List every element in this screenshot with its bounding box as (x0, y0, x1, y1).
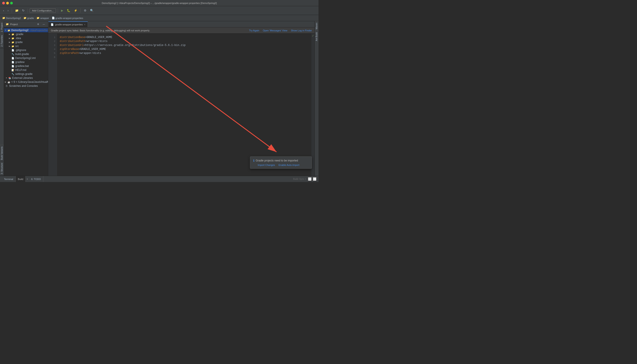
settings-button[interactable]: ⚙ (83, 8, 88, 13)
tree-item-scratches[interactable]: 🗒 Scratches and Consoles (4, 84, 48, 88)
sidebar-settings-btn[interactable]: ⚙ (36, 22, 41, 26)
tree-item-external[interactable]: ▼ 📚 External Libraries (4, 76, 48, 80)
tree-arrow-ext: ▼ (5, 76, 8, 80)
folder-icon-gradleF: 📁 (11, 40, 15, 44)
project-folder-icon: 📁 (7, 28, 11, 32)
tree-item-jdk[interactable]: ▶ ☕ < 9 > /Library/Java/JavaVirtualMachi… (4, 80, 48, 84)
close-button[interactable] (2, 2, 5, 4)
folder-icon-src: 📁 (11, 44, 15, 48)
sdk-icon: ☕ (7, 80, 11, 84)
tree-arrow-src: ▶ (8, 44, 11, 48)
tree-label-git: .gitignore (15, 48, 26, 52)
minimize-button[interactable] (6, 2, 9, 4)
breadcrumb-gradle-label: gradle (27, 17, 34, 20)
tree-item-gitignore[interactable]: 📄 .gitignore (4, 48, 48, 52)
line-num-1: 1 (48, 35, 57, 39)
tree-item-help[interactable]: 📝 HELP.md (4, 68, 48, 72)
tree-item-demospring2[interactable]: ▼ 📁 DemoSpring2 ~/IdeaProjects/DemoSprin… (4, 28, 48, 32)
title-bar: DemoSpring2 [~/IdeaProjects/DemoSpring2]… (0, 0, 318, 6)
search-everywhere-button[interactable]: 🔍 (89, 8, 95, 13)
separator (58, 8, 58, 13)
debug-button[interactable]: 🐛 (66, 8, 72, 13)
ant-build-label[interactable]: Ant Build (315, 31, 318, 42)
tree-path: ~/IdeaProjects/DemoSpring2 (30, 29, 48, 32)
window-title: DemoSpring2 [~/IdeaProjects/DemoSpring2]… (102, 2, 217, 4)
separator (81, 8, 81, 13)
code-line-4: zipStoreBase=GRADLE_USER_HOME (60, 47, 309, 51)
library-icon: 📚 (8, 76, 12, 80)
tree-item-idea[interactable]: ▶ 📁 .idea (4, 36, 48, 40)
sidebar-collapse-btn[interactable]: — (41, 22, 46, 26)
sidebar: 📁 Project ⚙ — ▼ 📁 DemoSpring2 ~/IdeaProj… (4, 21, 48, 176)
file-icon-iml: 📄 (11, 56, 15, 60)
sync-message: Gradle project sync failed. Basic functi… (51, 29, 247, 32)
tree-label-external: External Libraries (12, 76, 33, 80)
tree-label-settings: settings.gradle (15, 72, 33, 76)
breadcrumb: 📁 DemoSpring2 › 📁 gradle › 📁 wrapper › 📄… (0, 15, 318, 21)
tree-arrow: ▼ (4, 29, 7, 32)
breadcrumb-gradle[interactable]: 📁 gradle (24, 16, 34, 20)
tree-item-src[interactable]: ▶ 📁 src (4, 44, 48, 48)
maven-label[interactable]: Maven (315, 21, 318, 31)
tab-todo[interactable]: 6: TODO (29, 176, 43, 182)
project-panel-label[interactable]: 1: Project (0, 21, 4, 34)
tree-label-help: HELP.md (15, 68, 26, 72)
forward-button[interactable]: › (6, 8, 10, 13)
show-log-link[interactable]: Show Log in Finder (291, 29, 312, 32)
breadcrumb-sep2: › (35, 17, 36, 20)
gutter-check: ✓ (311, 34, 315, 38)
tree-item-gradle[interactable]: ▶ 📁 .gradle (4, 32, 48, 36)
sync-button[interactable]: ↻ (21, 8, 26, 13)
code-key-3: distributionUrl (60, 44, 84, 47)
try-again-link[interactable]: Try Again (249, 29, 259, 32)
structure-panel-label[interactable]: 3: Structure (0, 162, 4, 176)
code-line-6 (60, 55, 309, 59)
tree-item-gradlew[interactable]: 📄 gradlew (4, 60, 48, 64)
build-tab-close[interactable]: × (26, 178, 29, 181)
tree-label-gradlew: gradlew (15, 60, 25, 64)
favorites-panel-label[interactable]: 2: Favorites (0, 34, 4, 48)
add-configuration-button[interactable]: Add Configuration... (30, 8, 56, 13)
open-messages-link[interactable]: Open 'Messages' View (263, 29, 287, 32)
separator (28, 8, 28, 13)
code-line-1: distributionBase=GRADLE_USER_HOME (60, 35, 309, 39)
build-button[interactable]: ⚡ (73, 8, 79, 13)
tab-terminal[interactable]: Terminal (2, 176, 16, 182)
sidebar-header: 📁 Project ⚙ — (4, 21, 48, 28)
sidebar-tree: ▼ 📁 DemoSpring2 ~/IdeaProjects/DemoSprin… (4, 28, 48, 176)
code-val-1: =GRADLE_USER_HOME (85, 36, 112, 39)
build-header-title: Build: Sync × (293, 178, 306, 180)
tab-close-btn[interactable]: × (84, 24, 85, 26)
code-key-1: distributionBase (60, 36, 85, 39)
tree-label-gradle: .gradle (15, 33, 24, 36)
tab-build[interactable]: Build (16, 176, 26, 182)
tree-item-gradleFolder[interactable]: ▶ 📁 gradle (4, 40, 48, 44)
tree-item-gradlewbat[interactable]: 📄 gradlew.bat (4, 64, 48, 68)
code-editor[interactable]: distributionBase=GRADLE_USER_HOME distri… (57, 34, 311, 176)
import-title-text: Gradle projects need to be imported (256, 159, 298, 162)
tree-item-buildgradle[interactable]: 🔧 build.gradle (4, 52, 48, 56)
tree-item-iml[interactable]: 📄 DemoSpring2.iml (4, 56, 48, 60)
import-notification: ℹ Gradle projects need to be imported Im… (250, 156, 312, 169)
file-icon-bat: 📄 (11, 64, 15, 68)
separator (12, 8, 12, 13)
breadcrumb-wrapper[interactable]: 📁 wrapper (37, 16, 49, 20)
maximize-button[interactable] (10, 2, 13, 4)
project-structure-button[interactable]: 📁 (14, 8, 20, 13)
tree-label-jdk: < 9 > /Library/Java/JavaVirtualMachines/… (11, 80, 48, 84)
import-changes-link[interactable]: Import Changes (258, 164, 275, 166)
breadcrumb-file[interactable]: 📄 gradle-wrapper.properties (52, 16, 83, 20)
back-button[interactable]: ‹ (2, 8, 5, 13)
editor-content: 1 2 3 4 5 6 distributionBase=GRADLE_USER… (48, 34, 315, 176)
tab-bar: 📄 gradle-wrapper.properties × (48, 21, 315, 28)
run-button[interactable]: ▶ (60, 8, 65, 13)
build-settings-btn[interactable]: ⚙ (308, 177, 312, 181)
tab-gradle-wrapper[interactable]: 📄 gradle-wrapper.properties × (48, 22, 88, 27)
tree-item-settings[interactable]: 🔧 settings.gradle (4, 72, 48, 76)
enable-auto-import-link[interactable]: Enable Auto-Import (279, 164, 299, 166)
code-val-4: =GRADLE_USER_HOME (79, 48, 106, 51)
breadcrumb-project[interactable]: 📁 DemoSpring2 (2, 16, 21, 20)
import-info-icon: ℹ (253, 159, 254, 162)
build-variants-label[interactable]: Build Variants (0, 145, 4, 162)
build-minimize-btn[interactable]: — (313, 177, 317, 181)
